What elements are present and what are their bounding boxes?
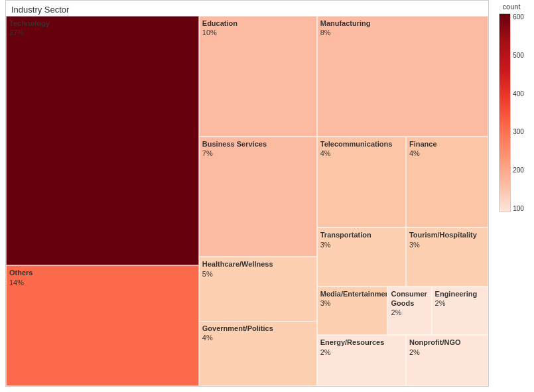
treemap-cell: Technology27% (6, 16, 199, 265)
cell-name: Energy/Resources (320, 338, 403, 347)
treemap-cell: Manufacturing8% (317, 16, 488, 137)
cell-label: Tourism/Hospitality3% (407, 228, 488, 251)
cell-pct: 3% (320, 240, 403, 249)
cell-name: Transportation (320, 230, 403, 239)
treemap-cell: Government/Politics4% (199, 321, 317, 386)
cell-pct: 7% (202, 149, 314, 158)
treemap-cell: Energy/Resources2% (317, 335, 406, 386)
cell-label: Technology27% (7, 17, 198, 40)
cell-label: Government/Politics4% (200, 322, 316, 345)
treemap-cell: Finance4% (406, 137, 488, 228)
treemap-cell: Tourism/Hospitality3% (406, 228, 488, 286)
cell-name: Finance (409, 139, 485, 149)
cell-name: Business Services (202, 139, 314, 149)
cell-pct: 3% (409, 240, 485, 249)
cell-pct: 5% (202, 269, 314, 279)
cell-label: Finance4% (407, 137, 488, 161)
cell-name: Telecommunications (320, 139, 403, 149)
cell-pct: 10% (202, 28, 314, 37)
legend-label-200: 200 (513, 166, 524, 174)
cell-label: Manufacturing8% (318, 17, 488, 40)
cell-name: Education (202, 19, 314, 28)
treemap-cell: Engineering2% (432, 287, 488, 336)
chart-title: Industry Sector (6, 1, 488, 16)
cell-label: Energy/Resources2% (318, 336, 405, 359)
cell-pct: 3% (320, 298, 385, 308)
legend-label-300: 300 (513, 128, 524, 135)
cell-label: Media/Entertainment3% (318, 287, 387, 310)
cell-label: Nonprofit/NGO2% (407, 336, 488, 359)
cell-name: Consumer Goods (391, 289, 428, 308)
treemap-cell: Media/Entertainment3% (317, 287, 388, 336)
cell-pct: 8% (320, 28, 485, 37)
cell-name: Healthcare/Wellness (202, 259, 314, 269)
page-container: Industry Sector Technology27%Others14%Ed… (0, 0, 534, 392)
cell-name: Media/Entertainment (320, 289, 385, 298)
legend-title: count (503, 3, 521, 11)
legend-label-400: 400 (513, 90, 524, 98)
cell-pct: 2% (391, 308, 428, 317)
treemap-cell: Consumer Goods2% (387, 287, 431, 336)
cell-label: Transportation3% (318, 228, 405, 251)
cell-pct: 2% (409, 348, 485, 357)
cell-pct: 4% (409, 149, 485, 158)
cell-pct: 14% (9, 278, 196, 287)
legend-label-500: 500 (513, 52, 524, 59)
treemap-cell: Others14% (6, 265, 199, 386)
cell-pct: 4% (202, 333, 314, 342)
cell-label: Telecommunications4% (318, 137, 405, 161)
cell-label: Education10% (200, 17, 316, 40)
cell-pct: 4% (320, 149, 403, 158)
legend-container: count 600 500 400 300 200 100 (489, 0, 529, 387)
cell-label: Others14% (7, 266, 198, 289)
cell-pct: 2% (320, 348, 403, 357)
cell-name: Engineering (435, 289, 485, 298)
cell-name: Government/Politics (202, 324, 314, 333)
treemap-cell: Transportation3% (317, 228, 406, 286)
cell-name: Nonprofit/NGO (409, 338, 485, 347)
treemap-cell: Education10% (199, 16, 317, 137)
cell-label: Business Services7% (200, 137, 316, 161)
legend-label-100: 100 (513, 205, 524, 212)
cell-name: Tourism/Hospitality (409, 230, 485, 239)
cell-pct: 2% (435, 298, 485, 308)
cell-name: Technology (9, 19, 196, 28)
chart-area: Industry Sector Technology27%Others14%Ed… (0, 0, 534, 392)
legend-label-600: 600 (513, 13, 524, 21)
treemap-cell: Nonprofit/NGO2% (406, 335, 488, 386)
cell-pct: 27% (9, 28, 196, 37)
treemap: Technology27%Others14%Education10%Manufa… (6, 16, 488, 386)
cell-name: Others (9, 268, 196, 277)
treemap-container: Industry Sector Technology27%Others14%Ed… (5, 0, 489, 387)
legend-gradient (499, 13, 511, 212)
cell-label: Healthcare/Wellness5% (200, 257, 316, 281)
treemap-cell: Telecommunications4% (317, 137, 406, 228)
cell-name: Manufacturing (320, 19, 485, 28)
cell-label: Engineering2% (433, 287, 488, 310)
treemap-cell: Business Services7% (199, 137, 317, 257)
cell-label: Consumer Goods2% (388, 287, 431, 320)
